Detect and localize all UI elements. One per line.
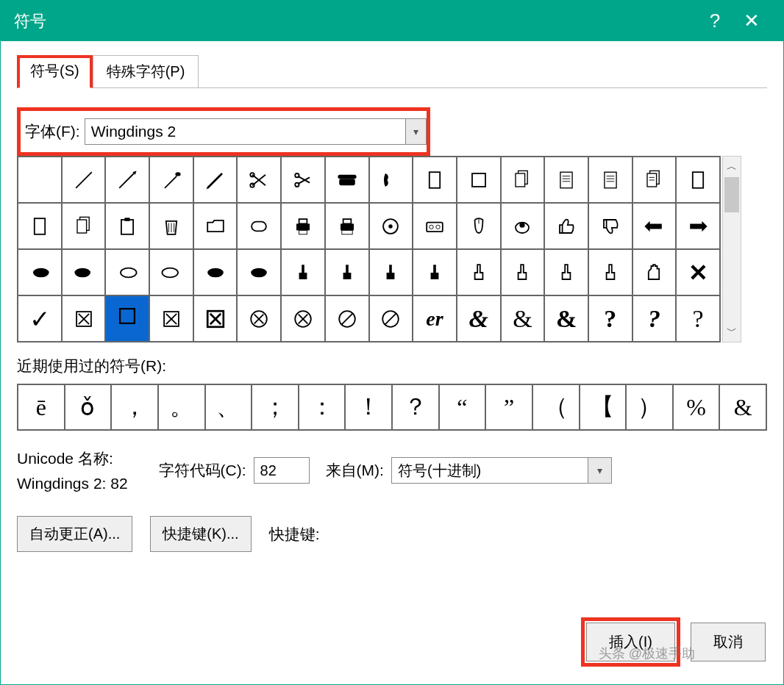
symbol-cell-box-x2[interactable] xyxy=(149,295,193,342)
symbol-cell-empty[interactable] xyxy=(18,157,62,203)
symbol-cell-rounded[interactable] xyxy=(237,203,281,249)
symbol-cell-scissors[interactable] xyxy=(281,157,325,203)
symbol-cell-thumb-down[interactable] xyxy=(588,203,632,249)
symbol-cell-point-l-fill[interactable] xyxy=(237,249,281,295)
symbol-cell-point-right-solid[interactable] xyxy=(62,249,106,295)
svg-line-2 xyxy=(119,173,134,188)
symbol-cell-clipboard[interactable] xyxy=(105,203,149,249)
symbol-cell-amp2[interactable]: & xyxy=(501,295,545,342)
symbol-cell-hand-up-l[interactable] xyxy=(325,249,369,295)
char-code-label: 字符代码(C): xyxy=(159,460,246,481)
recent-symbol[interactable]: ？ xyxy=(392,384,439,430)
recent-symbol[interactable]: ， xyxy=(111,384,158,430)
recent-label: 近期使用过的符号(R): xyxy=(17,356,767,376)
autocorrect-button[interactable]: 自动更正(A)... xyxy=(17,516,132,552)
scrollbar[interactable]: ︿ ﹀ xyxy=(722,156,741,342)
symbol-cell-pages2[interactable] xyxy=(62,203,106,249)
recent-symbol[interactable]: 【 xyxy=(580,384,627,430)
recent-symbol[interactable]: & xyxy=(719,384,766,430)
symbol-cell-finger-up-l[interactable] xyxy=(413,249,457,295)
symbol-cell-fax[interactable] xyxy=(325,203,369,249)
recent-symbol[interactable]: % xyxy=(673,384,720,430)
symbol-cell-pages[interactable] xyxy=(501,157,545,203)
symbol-cell-doc-lines[interactable] xyxy=(544,157,588,203)
symbol-cell-printer[interactable] xyxy=(281,203,325,249)
insert-button[interactable]: 插入(I) xyxy=(586,623,675,661)
symbol-cell-no2[interactable] xyxy=(369,295,413,342)
scroll-down-icon[interactable]: ﹀ xyxy=(723,321,741,342)
symbol-cell-finger-l[interactable] xyxy=(501,249,545,295)
symbol-cell-palm[interactable] xyxy=(632,249,677,295)
scroll-up-icon[interactable]: ︿ xyxy=(723,157,741,177)
symbol-cell-finger-r[interactable] xyxy=(457,249,501,295)
symbol-cell-x[interactable]: ✕ xyxy=(676,249,720,295)
recent-symbol[interactable]: “ xyxy=(439,384,486,430)
symbol-cell-q3[interactable]: ? xyxy=(676,295,720,342)
scroll-thumb[interactable] xyxy=(724,177,739,212)
symbol-cell-point-r-fill[interactable] xyxy=(193,249,238,295)
char-code-input[interactable] xyxy=(254,457,310,484)
symbol-cell-pencil[interactable] xyxy=(193,157,238,203)
symbol-cell-tape[interactable] xyxy=(413,203,457,249)
symbol-cell-point-right-fill[interactable] xyxy=(676,203,720,249)
recent-symbol[interactable]: ！ xyxy=(345,384,392,430)
symbol-cell-point-left-out[interactable] xyxy=(105,249,149,295)
font-combo[interactable]: Wingdings 2 ▾ xyxy=(85,118,427,145)
recent-symbol[interactable]: ē xyxy=(18,384,65,430)
symbol-cell-phone[interactable] xyxy=(325,157,369,203)
symbol-cell-box-check[interactable] xyxy=(105,295,149,342)
symbol-cell-circle-x[interactable] xyxy=(237,295,281,342)
symbol-cell-blank-page[interactable] xyxy=(676,157,720,203)
symbol-cell-no1[interactable] xyxy=(325,295,369,342)
recent-symbol[interactable]: 。 xyxy=(158,384,205,430)
symbol-cell-check[interactable]: ✓ xyxy=(18,295,62,342)
recent-symbol[interactable]: ” xyxy=(485,384,532,430)
symbol-cell-amp1[interactable]: & xyxy=(457,295,501,342)
symbol-cell-amp3[interactable]: & xyxy=(544,295,588,342)
recent-symbol[interactable]: ǒ xyxy=(65,384,112,430)
symbol-cell-mouse[interactable] xyxy=(457,203,501,249)
symbol-cell-docs[interactable] xyxy=(632,157,677,203)
font-row: 字体(F): Wingdings 2 ▾ xyxy=(17,107,430,156)
symbol-cell-finger-up-r[interactable] xyxy=(369,249,413,295)
symbol-cell-point-left-fill[interactable] xyxy=(632,203,677,249)
recent-symbol[interactable]: ： xyxy=(299,384,346,430)
symbol-cell-point-up-r[interactable] xyxy=(544,249,588,295)
symbol-cell-circle-x2[interactable] xyxy=(281,295,325,342)
symbol-cell-doc-text[interactable] xyxy=(588,157,632,203)
symbol-cell-er[interactable]: er xyxy=(413,295,457,342)
symbol-cell-fountain-pen[interactable] xyxy=(105,157,149,203)
symbol-cell-disc[interactable] xyxy=(369,203,413,249)
symbol-cell-box-x-bold[interactable] xyxy=(193,295,238,342)
symbol-cell-trash[interactable] xyxy=(149,203,193,249)
recent-symbol[interactable]: （ xyxy=(532,384,580,430)
symbol-cell-pen[interactable] xyxy=(62,157,106,203)
symbol-cell-box-x[interactable] xyxy=(62,295,106,342)
symbol-cell-point-right-out[interactable] xyxy=(149,249,193,295)
cancel-button[interactable]: 取消 xyxy=(691,623,766,661)
recent-symbol[interactable]: 、 xyxy=(205,384,252,430)
recent-symbol[interactable]: ） xyxy=(626,384,673,430)
symbol-cell-square[interactable] xyxy=(457,157,501,203)
symbol-cell-brush[interactable] xyxy=(149,157,193,203)
tab-symbols[interactable]: 符号(S) xyxy=(17,55,93,88)
recent-symbol[interactable]: ； xyxy=(252,384,299,430)
symbol-cell-q1[interactable]: ? xyxy=(588,295,632,342)
symbol-cell-point-up-l[interactable] xyxy=(588,249,632,295)
tab-special-chars[interactable]: 特殊字符(P) xyxy=(93,55,199,88)
symbol-cell-folder[interactable] xyxy=(193,203,238,249)
shortcut-key-button[interactable]: 快捷键(K)... xyxy=(150,516,251,552)
svg-line-3 xyxy=(165,176,177,187)
symbol-cell-handset[interactable] xyxy=(369,157,413,203)
symbol-cell-page2[interactable] xyxy=(18,203,62,249)
close-button[interactable]: ✕ xyxy=(733,1,770,41)
from-combo[interactable]: 符号(十进制) ▾ xyxy=(391,457,612,484)
symbol-cell-thumb-up[interactable] xyxy=(544,203,588,249)
help-button[interactable]: ? xyxy=(696,1,733,41)
symbol-cell-point-left-solid[interactable] xyxy=(18,249,62,295)
symbol-cell-q2[interactable]: ? xyxy=(632,295,677,342)
symbol-cell-trackball[interactable] xyxy=(501,203,545,249)
symbol-cell-page[interactable] xyxy=(413,157,457,203)
symbol-cell-scissors-open[interactable] xyxy=(237,157,281,203)
symbol-cell-hand-up-r[interactable] xyxy=(281,249,325,295)
